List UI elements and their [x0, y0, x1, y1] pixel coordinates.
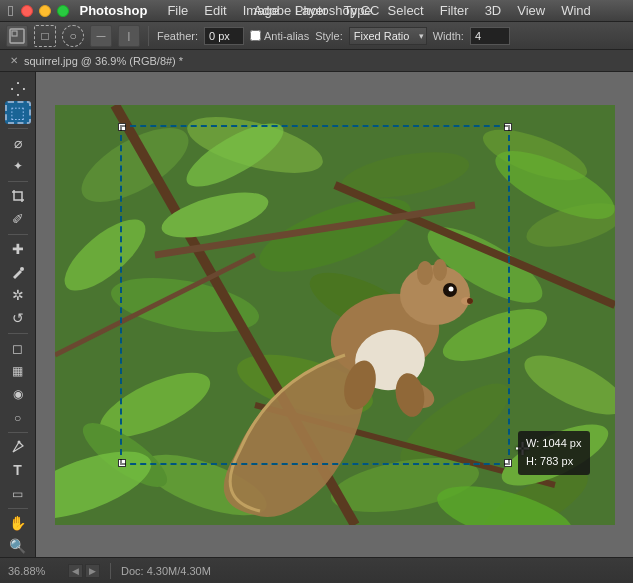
menu-bar: File Edit Image Layer Type Select Filter…	[167, 3, 590, 18]
tool-separator-5	[8, 432, 28, 433]
tool-preset-picker[interactable]	[6, 25, 28, 47]
quick-select-tool[interactable]: ✦	[5, 156, 31, 177]
svg-rect-1	[12, 31, 17, 36]
dodge-tool[interactable]: ○	[5, 407, 31, 428]
svg-point-3	[17, 441, 20, 444]
status-nav: ◀ ▶	[68, 564, 100, 578]
marquee-ellipse-icon[interactable]: ○	[62, 25, 84, 47]
style-select-wrap[interactable]: Normal Fixed Ratio Fixed Size	[349, 27, 427, 45]
marquee-col-icon[interactable]: |	[118, 25, 140, 47]
close-button[interactable]	[21, 5, 33, 17]
gradient-tool[interactable]: ▦	[5, 361, 31, 382]
doc-tab: ✕ squirrel.jpg @ 36.9% (RGB/8#) *	[0, 50, 633, 72]
main-layout: ⬚ ⌀ ✦ ✐ ✚ ✲ ↺ ◻ ▦ ◉ ○ T ▭ ✋ 🔍	[0, 72, 633, 557]
zoom-tool[interactable]: 🔍	[5, 536, 31, 557]
shape-tool[interactable]: ▭	[5, 483, 31, 504]
tool-separator-2	[8, 181, 28, 182]
text-tool[interactable]: T	[5, 460, 31, 481]
app-name: Photoshop	[79, 3, 147, 18]
marquee-rect-icon[interactable]: □	[34, 25, 56, 47]
eraser-tool[interactable]: ◻	[5, 338, 31, 359]
menu-select[interactable]: Select	[388, 3, 424, 18]
status-separator	[110, 563, 111, 579]
style-label: Style:	[315, 30, 343, 42]
crop-tool[interactable]	[5, 186, 31, 207]
menu-file[interactable]: File	[167, 3, 188, 18]
nav-next-button[interactable]: ▶	[85, 564, 100, 578]
svg-point-38	[467, 298, 473, 304]
eyedropper-tool[interactable]: ✐	[5, 209, 31, 230]
clone-stamp-tool[interactable]: ✲	[5, 285, 31, 306]
style-select[interactable]: Normal Fixed Ratio Fixed Size	[349, 27, 427, 45]
separator	[148, 26, 149, 46]
brush-tool[interactable]	[5, 262, 31, 283]
lasso-tool[interactable]: ⌀	[5, 133, 31, 154]
tool-separator-4	[8, 333, 28, 334]
doc-close-button[interactable]: ✕	[10, 55, 18, 66]
feather-label: Feather:	[157, 30, 198, 42]
doc-tab-name[interactable]: squirrel.jpg @ 36.9% (RGB/8#) *	[24, 55, 183, 67]
canvas-container: ✛ W: 1044 px H: 783 px	[55, 105, 615, 525]
svg-point-33	[417, 261, 433, 285]
canvas-area[interactable]: ✛ W: 1044 px H: 783 px	[36, 72, 633, 557]
menu-image[interactable]: Image	[243, 3, 279, 18]
maximize-button[interactable]	[57, 5, 69, 17]
feather-input[interactable]	[204, 27, 244, 45]
menu-wind[interactable]: Wind	[561, 3, 591, 18]
anti-alias-label: Anti-alias	[264, 30, 309, 42]
anti-alias-wrap: Anti-alias	[250, 30, 309, 42]
menu-edit[interactable]: Edit	[204, 3, 226, 18]
svg-point-2	[20, 267, 24, 271]
minimize-button[interactable]	[39, 5, 51, 17]
spot-healing-tool[interactable]: ✚	[5, 239, 31, 260]
dim-height: H: 783 px	[526, 453, 581, 471]
title-bar:  Photoshop File Edit Image Layer Type S…	[0, 0, 633, 22]
menu-view[interactable]: View	[517, 3, 545, 18]
doc-size: Doc: 4.30M/4.30M	[121, 565, 211, 577]
width-label: Width:	[433, 30, 464, 42]
history-brush-tool[interactable]: ↺	[5, 308, 31, 329]
anti-alias-checkbox[interactable]	[250, 30, 261, 41]
toolbar: ⬚ ⌀ ✦ ✐ ✚ ✲ ↺ ◻ ▦ ◉ ○ T ▭ ✋ 🔍	[0, 72, 36, 557]
blur-tool[interactable]: ◉	[5, 384, 31, 405]
menu-filter[interactable]: Filter	[440, 3, 469, 18]
move-tool[interactable]	[5, 78, 31, 99]
menu-type[interactable]: Type	[343, 3, 371, 18]
apple-logo-icon: 	[8, 2, 13, 19]
options-bar: □ ○ ― | Feather: Anti-alias Style: Norma…	[0, 22, 633, 50]
status-bar: 36.88% ◀ ▶ Doc: 4.30M/4.30M	[0, 557, 633, 583]
zoom-level: 36.88%	[8, 565, 58, 577]
dim-width: W: 1044 px	[526, 435, 581, 453]
marquee-tool[interactable]: ⬚	[5, 101, 31, 124]
width-input[interactable]	[470, 27, 510, 45]
menu-layer[interactable]: Layer	[295, 3, 328, 18]
pen-tool[interactable]	[5, 437, 31, 458]
tool-separator-6	[8, 508, 28, 509]
svg-point-36	[448, 286, 453, 291]
nav-prev-button[interactable]: ◀	[68, 564, 83, 578]
tool-separator-1	[8, 128, 28, 129]
canvas-image: ✛ W: 1044 px H: 783 px	[55, 105, 615, 525]
svg-point-34	[433, 259, 447, 281]
dimension-tooltip: W: 1044 px H: 783 px	[518, 431, 589, 474]
menu-3d[interactable]: 3D	[485, 3, 502, 18]
tool-separator-3	[8, 234, 28, 235]
hand-tool[interactable]: ✋	[5, 513, 31, 534]
traffic-lights	[21, 5, 69, 17]
marquee-row-icon[interactable]: ―	[90, 25, 112, 47]
